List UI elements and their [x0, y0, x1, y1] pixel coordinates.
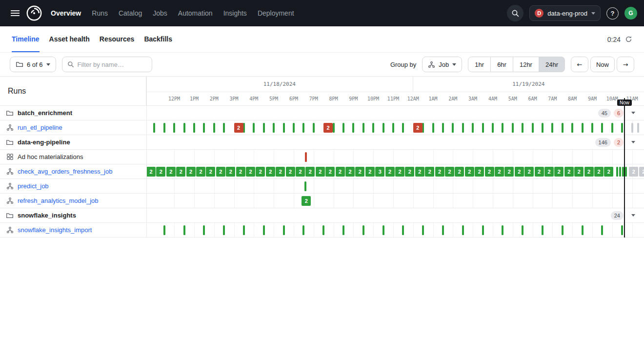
run-tick[interactable] [422, 225, 424, 235]
run-tick[interactable] [283, 123, 285, 133]
run-batch[interactable]: 2 [176, 167, 185, 177]
run-tick[interactable] [402, 123, 404, 133]
run-tick[interactable] [263, 123, 265, 133]
run-tick[interactable] [621, 123, 623, 133]
run-tick[interactable] [283, 225, 285, 235]
run-batch[interactable]: 2 [535, 167, 544, 177]
run-tick[interactable] [571, 123, 573, 133]
run-batch[interactable]: 2 [475, 167, 484, 177]
run-batch[interactable]: 2 [639, 167, 644, 177]
run-tick[interactable] [313, 123, 315, 133]
chevron-down-icon[interactable] [631, 141, 635, 143]
run-batch[interactable]: 2 [216, 167, 225, 177]
run-batch[interactable]: 2 [524, 167, 534, 177]
run-batch[interactable]: 2 [305, 167, 315, 177]
nav-item-automation[interactable]: Automation [178, 9, 213, 17]
job-link[interactable]: check_avg_orders_freshness_job [18, 168, 112, 175]
run-batch[interactable]: 2 [246, 167, 255, 177]
run-tick[interactable] [183, 123, 185, 133]
job-link[interactable]: run_etl_pipeline [18, 124, 62, 131]
run-tick[interactable] [442, 123, 444, 133]
run-tick[interactable] [352, 123, 354, 133]
tab-resources[interactable]: Resources [100, 26, 135, 52]
job-link[interactable]: refresh_analytics_model_job [18, 197, 98, 204]
refresh-icon[interactable] [625, 36, 632, 43]
run-batch[interactable]: 2 [266, 167, 275, 177]
run-batch[interactable]: 2 [413, 123, 423, 133]
run-tick[interactable] [362, 225, 364, 235]
run-tick[interactable] [591, 123, 593, 133]
run-tick[interactable] [551, 123, 553, 133]
range-1hr[interactable]: 1hr [468, 57, 491, 72]
run-tick[interactable] [522, 123, 523, 133]
nav-item-insights[interactable]: Insights [223, 9, 247, 17]
nav-item-catalog[interactable]: Catalog [119, 9, 142, 17]
job-link[interactable]: snowflake_insights_import [18, 226, 92, 234]
nav-item-deployment[interactable]: Deployment [258, 9, 294, 17]
run-tick[interactable] [432, 123, 434, 133]
run-batch[interactable]: 2 [395, 167, 404, 177]
run-tick[interactable] [263, 225, 265, 235]
range-12hr[interactable]: 12hr [513, 57, 539, 72]
run-batch[interactable]: 2 [564, 167, 574, 177]
run-tick[interactable] [542, 225, 543, 235]
run-tick[interactable] [392, 123, 394, 133]
run-batch[interactable]: 2 [584, 167, 594, 177]
run-batch[interactable]: 2 [234, 123, 243, 133]
run-batch[interactable]: 2 [435, 167, 444, 177]
run-batch[interactable]: 2 [554, 167, 564, 177]
run-tick[interactable] [492, 123, 494, 133]
run-batch[interactable]: 2 [316, 167, 325, 177]
run-tick[interactable] [304, 181, 306, 191]
run-tick[interactable] [502, 123, 503, 133]
run-batch[interactable]: 2 [365, 167, 375, 177]
run-batch[interactable]: 2 [226, 167, 235, 177]
run-tick[interactable] [637, 123, 639, 133]
run-tick[interactable] [532, 123, 534, 133]
run-tick[interactable] [203, 123, 205, 133]
run-tick[interactable] [562, 225, 564, 235]
run-batch[interactable]: 2 [146, 167, 156, 177]
run-batch[interactable]: 2 [276, 167, 285, 177]
run-batch[interactable]: 2 [206, 167, 215, 177]
run-tick[interactable] [611, 123, 613, 133]
run-batch[interactable]: 2 [515, 167, 524, 177]
run-batch[interactable]: 2 [425, 167, 434, 177]
run-batch[interactable]: 2 [236, 167, 245, 177]
run-tick[interactable] [631, 123, 633, 133]
run-batch[interactable]: 2 [485, 167, 494, 177]
chevron-down-icon[interactable] [631, 112, 635, 114]
run-batch[interactable]: 2 [325, 167, 335, 177]
range-24hr[interactable]: 24hr [539, 57, 565, 72]
run-tick[interactable] [472, 123, 474, 133]
run-tick[interactable] [163, 123, 165, 133]
run-tick[interactable] [333, 123, 335, 133]
run-batch[interactable]: 2 [166, 167, 176, 177]
run-batch[interactable]: 2 [186, 167, 196, 177]
adhoc-label[interactable]: Ad hoc materializations [18, 153, 83, 160]
run-batch[interactable]: 2 [296, 167, 305, 177]
dagster-logo-icon[interactable] [25, 4, 43, 22]
run-tick[interactable] [402, 225, 404, 235]
run-tick[interactable] [616, 167, 618, 177]
tab-timeline[interactable]: Timeline [12, 26, 40, 52]
run-batch[interactable]: 2 [256, 167, 265, 177]
run-tick[interactable] [362, 123, 364, 133]
search-icon[interactable] [507, 5, 523, 21]
nav-item-jobs[interactable]: Jobs [153, 9, 167, 17]
run-tick[interactable] [183, 225, 185, 235]
run-batch[interactable]: 2 [495, 167, 504, 177]
nav-item-runs[interactable]: Runs [92, 9, 108, 17]
run-tick[interactable] [305, 152, 307, 162]
run-batch[interactable]: 2 [465, 167, 474, 177]
run-tick[interactable] [322, 225, 324, 235]
run-tick[interactable] [223, 225, 225, 235]
run-tick[interactable] [462, 225, 464, 235]
run-batch[interactable]: 2 [604, 167, 613, 177]
run-tick[interactable] [462, 123, 464, 133]
hamburger-menu-icon[interactable] [7, 5, 23, 21]
run-batch[interactable]: 2 [629, 167, 638, 177]
run-tick[interactable] [622, 167, 624, 177]
run-tick[interactable] [203, 225, 205, 235]
range-6hr[interactable]: 6hr [491, 57, 513, 72]
